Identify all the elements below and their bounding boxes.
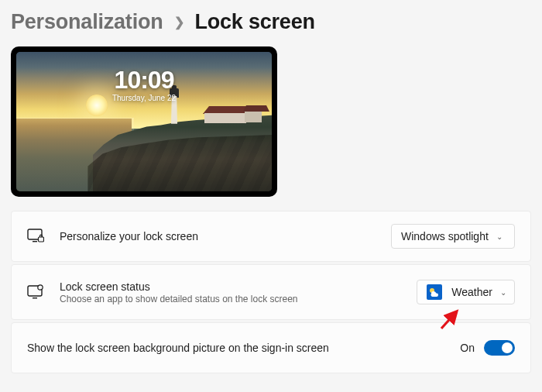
row-lock-screen-status[interactable]: Lock screen status Choose an app to show… <box>11 264 531 320</box>
side-building-graphic <box>245 112 262 122</box>
breadcrumb-parent[interactable]: Personalization <box>11 10 163 34</box>
preview-date: Thursday, June 22 <box>16 94 272 102</box>
chevron-down-icon: ⌄ <box>496 232 503 241</box>
lock-screen-preview[interactable]: 10:09 Thursday, June 22 <box>11 46 277 197</box>
chevron-down-icon: ⌄ <box>500 288 506 297</box>
status-app-dropdown[interactable]: Weather ⌄ <box>417 280 515 304</box>
personalize-dropdown[interactable]: Windows spotlight ⌄ <box>391 224 515 249</box>
page-title: Lock screen <box>194 10 314 34</box>
row-title: Personalize your lock screen <box>60 230 391 242</box>
house-graphic <box>204 106 246 123</box>
svg-rect-1 <box>33 241 37 242</box>
row-title: Lock screen status <box>60 280 417 293</box>
monitor-badge-icon <box>27 284 44 300</box>
dropdown-label: Windows spotlight <box>401 230 489 242</box>
breadcrumb: Personalization ❯ Lock screen <box>0 0 542 34</box>
svg-rect-2 <box>39 237 44 242</box>
toggle-state-label: On <box>460 342 475 354</box>
svg-rect-4 <box>33 297 37 298</box>
svg-point-5 <box>38 285 43 290</box>
row-description: Choose an app to show detailed status on… <box>60 294 417 304</box>
row-title: Show the lock screen background picture … <box>27 342 460 354</box>
row-personalize-lock-screen[interactable]: Personalize your lock screen Windows spo… <box>11 211 531 262</box>
chevron-right-icon: ❯ <box>174 15 184 29</box>
monitor-lock-icon <box>27 229 44 244</box>
preview-time: 10:09 <box>16 67 272 92</box>
dropdown-label: Weather <box>451 286 492 298</box>
row-signin-background: Show the lock screen background picture … <box>11 322 531 373</box>
signin-background-toggle[interactable] <box>484 340 515 356</box>
weather-icon <box>427 284 442 300</box>
